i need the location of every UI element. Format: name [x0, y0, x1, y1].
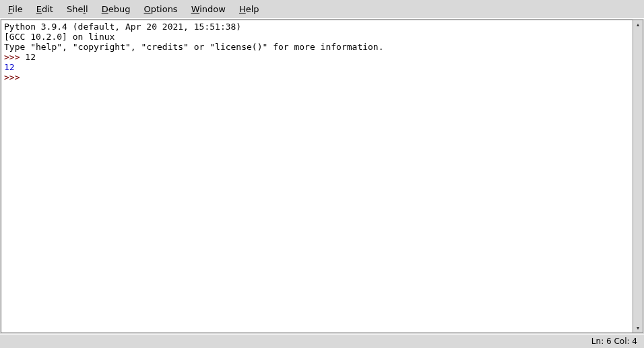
menu-options[interactable]: Options	[141, 3, 180, 16]
shell-banner-line3: Type "help", "copyright", "credits" or "…	[4, 42, 384, 52]
shell-output: 12	[4, 62, 15, 72]
vertical-scrollbar[interactable]: ▴ ▾	[633, 20, 643, 333]
content-wrapper: Python 3.9.4 (default, Apr 20 2021, 15:5…	[0, 19, 644, 334]
menu-bar: File Edit Shell Debug Options Window Hel…	[0, 0, 644, 19]
shell-text-area[interactable]: Python 3.9.4 (default, Apr 20 2021, 15:5…	[1, 20, 633, 333]
shell-prompt: >>>	[4, 72, 25, 82]
menu-edit[interactable]: Edit	[34, 3, 56, 16]
menu-help[interactable]: Help	[236, 3, 262, 16]
cursor-position: Ln: 6 Col: 4	[591, 337, 637, 346]
shell-prompt: >>>	[4, 52, 25, 62]
menu-debug[interactable]: Debug	[99, 3, 133, 16]
scroll-up-arrow-icon[interactable]: ▴	[634, 20, 643, 29]
menu-window[interactable]: Window	[189, 3, 228, 16]
shell-input: 12	[25, 52, 36, 62]
menu-file[interactable]: File	[5, 3, 26, 16]
shell-banner-line2: [GCC 10.2.0] on linux	[4, 32, 115, 42]
shell-banner-line1: Python 3.9.4 (default, Apr 20 2021, 15:5…	[4, 22, 247, 32]
menu-shell[interactable]: Shell	[64, 3, 91, 16]
scroll-down-arrow-icon[interactable]: ▾	[634, 324, 643, 332]
status-bar: Ln: 6 Col: 4	[0, 334, 644, 348]
